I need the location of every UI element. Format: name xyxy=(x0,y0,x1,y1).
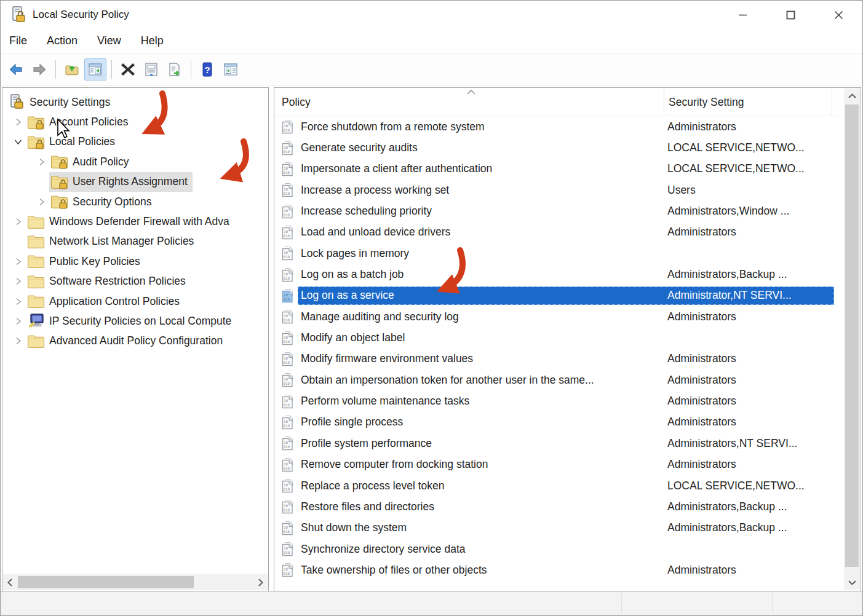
policy-row-force-shutdown-from-a-remote-system[interactable]: 10 010 Force shutdown from a remote syst… xyxy=(274,116,861,137)
menu-file[interactable]: File xyxy=(9,34,27,47)
svg-text:010: 010 xyxy=(283,360,290,365)
tree-horizontal-scrollbar[interactable] xyxy=(3,574,268,590)
scroll-down-icon[interactable] xyxy=(844,575,860,590)
policy-row-modify-firmware-environment-values[interactable]: 10 010 Modify firmware environment value… xyxy=(274,349,861,369)
policy-row-obtain-an-impersonation-token-for-anothe[interactable]: 10 010 Obtain an impersonation token for… xyxy=(274,369,861,390)
scroll-up-icon[interactable] xyxy=(844,89,860,103)
tree-item-label: Public Key Policies xyxy=(49,255,140,268)
tree-item-account-policies[interactable]: Account Policies xyxy=(2,112,268,132)
scroll-left-icon[interactable] xyxy=(3,574,17,590)
expander-icon[interactable] xyxy=(10,137,26,147)
security-setting: Administrators xyxy=(667,310,830,323)
svg-text:10: 10 xyxy=(284,567,288,571)
tree-item-public-key-policies[interactable]: Public Key Policies xyxy=(2,251,268,271)
properties-button[interactable] xyxy=(140,58,162,81)
help-icon: ? xyxy=(200,62,215,77)
tree-item-security-options[interactable]: Security Options xyxy=(2,192,268,211)
policy-document-icon: 10 010 xyxy=(280,478,295,493)
menu-help[interactable]: Help xyxy=(141,34,164,47)
tree-item-security-settings[interactable]: Security Settings xyxy=(2,92,268,112)
policy-name: Modify firmware environment values xyxy=(298,352,667,365)
expander-icon[interactable] xyxy=(33,157,49,167)
up-one-level-button[interactable] xyxy=(61,58,83,81)
tree-item-application-control-policies[interactable]: Application Control Policies xyxy=(2,291,268,311)
menu-action[interactable]: Action xyxy=(47,34,78,47)
tree-item-network-list-manager-policies[interactable]: Network List Manager Policies xyxy=(2,232,268,251)
svg-text:010: 010 xyxy=(283,297,290,301)
scroll-right-icon[interactable] xyxy=(254,574,268,590)
policy-row-modify-an-object-label[interactable]: 10 010 Modify an object label xyxy=(274,327,861,348)
expander-icon[interactable] xyxy=(10,256,26,266)
policy-name: Manage auditing and security log xyxy=(298,310,667,323)
policy-list-pane: Policy Security Setting 10 010 Force shu… xyxy=(274,87,861,591)
policy-document-icon: 10 010 xyxy=(280,246,295,261)
expander-icon[interactable] xyxy=(33,197,49,207)
expander-icon[interactable] xyxy=(10,217,26,227)
expander-icon[interactable] xyxy=(10,316,26,326)
policy-document-icon: 10 010 xyxy=(280,119,295,134)
column-header-policy[interactable]: Policy xyxy=(282,96,311,109)
help-button[interactable]: ? xyxy=(196,58,218,81)
tree-item-label: Network List Manager Policies xyxy=(49,235,194,248)
security-setting: Administrators xyxy=(667,458,830,471)
policy-row-restore-files-and-directories[interactable]: 10 010 Restore files and directories Adm… xyxy=(274,496,861,517)
policy-row-synchronize-directory-service-data[interactable]: 10 010 Synchronize directory service dat… xyxy=(274,539,861,559)
security-setting: Administrators,NT SERVI... xyxy=(667,437,830,450)
delete-button[interactable] xyxy=(117,58,139,81)
tree-item-label: User Rights Assignment xyxy=(73,175,188,188)
tree-item-label: Software Restriction Policies xyxy=(49,275,186,288)
export-list-button[interactable] xyxy=(164,58,186,81)
policy-row-increase-a-process-working-set[interactable]: 10 010 Increase a process working set Us… xyxy=(274,180,861,200)
policy-row-perform-volume-maintenance-tasks[interactable]: 10 010 Perform volume maintenance tasks … xyxy=(274,390,861,411)
policy-name: Profile system performance xyxy=(298,437,667,450)
export-list-icon xyxy=(167,62,182,77)
tree-item-audit-policy[interactable]: Audit Policy xyxy=(2,152,268,172)
policy-row-generate-security-audits[interactable]: 10 010 Generate security audits LOCAL SE… xyxy=(274,137,861,158)
expander-icon[interactable] xyxy=(10,117,26,127)
policy-row-remove-computer-from-docking-station[interactable]: 10 010 Remove computer from docking stat… xyxy=(274,454,861,475)
toolbar-separator xyxy=(55,60,56,79)
forward-button[interactable] xyxy=(28,58,50,81)
new-window-button[interactable] xyxy=(220,58,242,81)
policy-document-icon: 10 010 xyxy=(280,204,295,219)
policy-row-profile-single-process[interactable]: 10 010 Profile single process Administra… xyxy=(274,412,861,433)
policy-row-profile-system-performance[interactable]: 10 010 Profile system performance Admini… xyxy=(274,433,861,454)
policy-row-increase-scheduling-priority[interactable]: 10 010 Increase scheduling priority Admi… xyxy=(274,200,861,221)
tree-item-local-policies[interactable]: Local Policies xyxy=(2,132,268,152)
close-button[interactable] xyxy=(814,1,862,29)
column-header-security-setting[interactable]: Security Setting xyxy=(669,96,744,109)
tree-item-windows-defender-firewall-with-adva[interactable]: Windows Defender Firewall with Adva xyxy=(2,211,268,231)
policy-row-log-on-as-a-service[interactable]: 10 010 Log on as a service Administrator… xyxy=(274,285,861,306)
policy-row-impersonate-a-client-after-authenticatio[interactable]: 10 010 Impersonate a client after authen… xyxy=(274,159,861,180)
expander-icon[interactable] xyxy=(10,296,26,306)
svg-text:10: 10 xyxy=(284,314,288,318)
menu-view[interactable]: View xyxy=(97,34,121,47)
tree-item-software-restriction-policies[interactable]: Software Restriction Policies xyxy=(2,272,268,291)
expander-icon[interactable] xyxy=(10,277,26,286)
column-divider[interactable] xyxy=(832,88,832,116)
back-button[interactable] xyxy=(5,58,27,81)
maximize-button[interactable] xyxy=(766,1,814,29)
policy-name: Generate security audits xyxy=(298,141,667,154)
minimize-button[interactable] xyxy=(718,1,766,29)
policy-row-load-and-unload-device-drivers[interactable]: 10 010 Load and unload device drivers Ad… xyxy=(274,222,861,243)
policy-row-manage-auditing-and-security-log[interactable]: 10 010 Manage auditing and security log … xyxy=(274,306,861,327)
scrollbar-thumb[interactable] xyxy=(845,105,859,567)
policy-document-icon: 10 010 xyxy=(280,352,295,366)
show-hide-console-tree-button[interactable] xyxy=(84,58,106,81)
policy-row-take-ownership-of-files-or-other-objects[interactable]: 10 010 Take ownership of files or other … xyxy=(274,559,861,580)
policy-name: Increase a process working set xyxy=(298,184,667,197)
policy-row-replace-a-process-level-token[interactable]: 10 010 Replace a process level token LOC… xyxy=(274,475,861,496)
tree-item-advanced-audit-policy-configuration[interactable]: Advanced Audit Policy Configuration xyxy=(2,331,268,351)
list-vertical-scrollbar[interactable] xyxy=(844,89,860,590)
policy-row-lock-pages-in-memory[interactable]: 10 010 Lock pages in memory xyxy=(274,243,861,264)
tree-item-ip-security-policies-on-local-compute[interactable]: IP Security Policies on Local Compute xyxy=(2,311,268,331)
tree-item-user-rights-assignment[interactable]: User Rights Assignment xyxy=(2,172,268,192)
policy-row-log-on-as-a-batch-job[interactable]: 10 010 Log on as a batch job Administrat… xyxy=(274,264,861,285)
column-divider[interactable] xyxy=(664,88,664,116)
expander-icon[interactable] xyxy=(10,336,26,346)
policy-name: Restore files and directories xyxy=(298,500,667,513)
security-setting: Administrators,Window ... xyxy=(667,205,830,218)
scrollbar-thumb[interactable] xyxy=(18,576,194,588)
policy-row-shut-down-the-system[interactable]: 10 010 Shut down the system Administrato… xyxy=(274,518,861,539)
